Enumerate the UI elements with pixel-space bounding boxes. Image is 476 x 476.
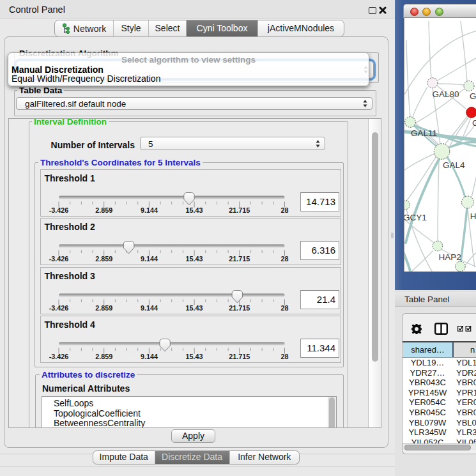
svg-text:2.859: 2.859 [95, 255, 112, 263]
svg-text:9.144: 9.144 [140, 255, 157, 263]
svg-text:21.715: 21.715 [229, 353, 250, 360]
svg-text:21.715: 21.715 [229, 304, 250, 312]
svg-text:-3.426: -3.426 [49, 353, 68, 360]
svg-text:28: 28 [280, 353, 288, 360]
svg-text:2.859: 2.859 [95, 206, 112, 214]
svg-text:15.43: 15.43 [185, 206, 203, 214]
svg-text:HAP2: HAP2 [438, 252, 461, 262]
svg-text:2.859: 2.859 [95, 304, 112, 312]
svg-text:2.859: 2.859 [95, 353, 112, 360]
svg-text:C: C [472, 118, 476, 128]
svg-text:-3.426: -3.426 [49, 304, 68, 312]
svg-text:-3.426: -3.426 [49, 255, 68, 263]
svg-text:21.715: 21.715 [229, 255, 250, 263]
svg-text:9.144: 9.144 [140, 206, 157, 214]
svg-text:15.43: 15.43 [185, 304, 203, 312]
svg-text:GAL4: GAL4 [443, 160, 465, 170]
svg-text:GA: GA [470, 91, 476, 101]
svg-text:GAL11: GAL11 [411, 128, 437, 138]
svg-text:GCY1: GCY1 [404, 213, 427, 222]
svg-text:9.144: 9.144 [140, 353, 157, 360]
svg-text:H: H [470, 211, 476, 221]
svg-text:21.715: 21.715 [229, 206, 250, 214]
svg-text:28: 28 [280, 255, 288, 263]
svg-text:9.144: 9.144 [140, 304, 157, 312]
svg-text:-3.426: -3.426 [49, 206, 68, 214]
svg-text:15.43: 15.43 [185, 255, 203, 263]
svg-text:28: 28 [280, 206, 288, 214]
svg-text:15.43: 15.43 [185, 353, 203, 360]
svg-text:28: 28 [280, 304, 288, 312]
svg-text:GAL80: GAL80 [432, 89, 459, 99]
